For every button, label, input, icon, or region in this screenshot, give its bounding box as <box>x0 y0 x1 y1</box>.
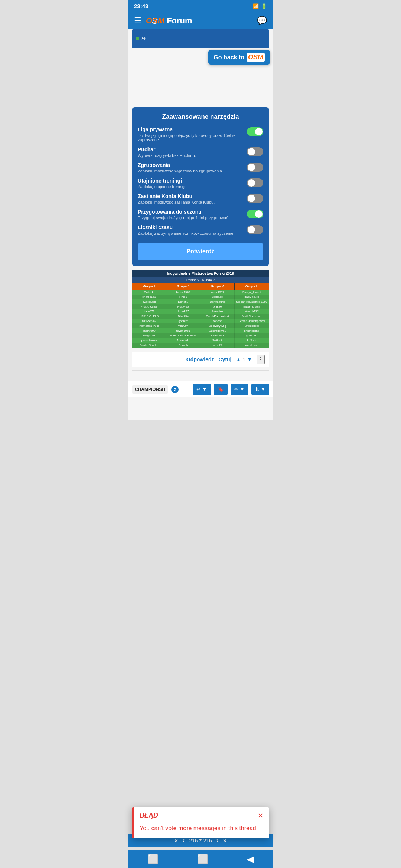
table-cell: Borvek <box>166 343 200 348</box>
table-cell: Mruvieniak <box>132 319 166 323</box>
toggle-desc-4: Zablokuj możliwość zasilania Konta Klubu… <box>138 200 243 204</box>
table-cell: gramb67 <box>235 333 269 338</box>
champ-subtitle: Półfinały - Runda 2 <box>132 277 269 283</box>
vote-count: 1 <box>242 356 245 362</box>
table-cell: papche <box>200 319 235 323</box>
table-cell: Dionyz_Handf <box>235 290 269 295</box>
toggle-desc-2: Zablokuj możliwość wyjazdów na zgrupowan… <box>138 169 243 173</box>
table-cell: PolishParmavioki <box>200 314 235 319</box>
status-icons: 📶 🔋 <box>253 3 267 9</box>
column-header: Grupa I <box>132 283 166 290</box>
table-cell: Delovery Mig <box>200 323 235 328</box>
more-options-button[interactable]: ⋮ <box>257 355 265 364</box>
table-cell: Stefan Jablonpowel <box>235 319 269 323</box>
table-row: swojeiBeliDand57DarkmauricStepan Kovalen… <box>132 299 269 304</box>
toggle-row-4: Zasilanie Konta Klubu Zablokuj możliwość… <box>138 193 263 204</box>
downvote-button[interactable]: ▼ <box>247 356 252 362</box>
edit-button[interactable]: ✏ ▼ <box>231 384 248 395</box>
chat-icon[interactable]: 💬 <box>257 16 267 26</box>
table-row: polozSenkyMamueloSwitrickkri3-art <box>132 338 269 343</box>
go-back-banner[interactable]: Go back to OSM <box>208 50 270 65</box>
table-cell: Komenda Pula <box>132 323 166 328</box>
toggle-text-2: Zgrupowania Zablokuj możliwość wyjazdów … <box>138 162 247 173</box>
go-back-text: Go back to <box>213 54 244 61</box>
toggle-desc-5: Przygotuj swoją drużynę mając 4 dni przy… <box>138 216 243 220</box>
divider <box>132 370 269 371</box>
quote-button[interactable]: Cytuj <box>218 356 231 362</box>
table-cell: pnik26 <box>200 304 235 309</box>
upvote-button[interactable]: ▲ <box>236 356 241 362</box>
table-cell: Matt Cochrane <box>235 314 269 319</box>
toggle-row-0: Liga prywatna Do Twojej ligi mogą dołącz… <box>138 126 263 142</box>
signal-icon: 📶 <box>253 3 259 9</box>
column-header: Grupa K <box>200 283 235 290</box>
time: 23:43 <box>134 3 148 9</box>
table-cell: goblem <box>166 319 200 323</box>
post-actions: Odpowiedz Cytuj ▲ 1 ▼ ⋮ <box>132 352 269 367</box>
table-cell: Prosto Kulde <box>132 304 166 309</box>
osm-logo-banner: OSM <box>247 53 265 62</box>
sort-chevron: ▼ <box>261 387 265 392</box>
confirm-button[interactable]: Potwierdź <box>138 243 263 260</box>
header-logo: OSM Forum <box>146 16 252 26</box>
table-cell: Switrick <box>200 338 235 343</box>
table-cell: Bike754 <box>166 314 200 319</box>
column-header: Grupa J <box>166 283 200 290</box>
table-row: Magic MiRybu Duma PlametKamion71gramb67 <box>132 333 269 338</box>
main-content: Go back to OSM 240 Zaawansowane narzędzi… <box>128 29 273 420</box>
reply-button[interactable]: Odpowiedz <box>186 356 214 362</box>
toggle-row-6: Liczniki czasu Zablokuj zatrzymywanie li… <box>138 224 263 236</box>
toggle-switch-3[interactable] <box>247 178 263 187</box>
toggle-desc-6: Zablokuj zatrzymywanie liczników czasu n… <box>138 231 243 236</box>
champ-title: Indywidualne Mistrzostwa Polski 2019 <box>132 270 269 277</box>
table-row: Komenda Pulavik1994Delovery MigUninterle… <box>132 323 269 328</box>
toggle-switch-1[interactable] <box>247 147 263 156</box>
edit-icon: ✏ <box>234 387 238 392</box>
bookmark-button[interactable]: 🔖 <box>214 384 228 395</box>
table-cell: Marioh173 <box>235 309 269 314</box>
toggle-title-6: Liczniki czasu <box>138 224 243 230</box>
reply-toolbar-button[interactable]: ↩ ▼ <box>193 384 211 395</box>
table-cell: krimholding <box>235 328 269 333</box>
toggle-desc-1: Wybierz rozgrywki bez Pucharu. <box>138 153 243 158</box>
toggle-switch-6[interactable] <box>247 225 263 234</box>
toggle-text-1: Puchar Wybierz rozgrywki bez Pucharu. <box>138 147 247 158</box>
table-cell: Rosiwicz <box>166 304 200 309</box>
toggle-text-0: Liga prywatna Do Twojej ligi mogą dołącz… <box>138 126 247 142</box>
table-cell: charlie161 <box>132 295 166 299</box>
toggle-title-1: Puchar <box>138 147 243 152</box>
table-cell: polozSenky <box>132 338 166 343</box>
toggle-title-0: Liga prywatna <box>138 126 243 132</box>
green-dot <box>136 37 139 40</box>
toggle-switch-2[interactable] <box>247 163 263 172</box>
championship-table: Indywidualne Mistrzostwa Polski 2019 Pół… <box>132 270 269 348</box>
toggle-switch-5[interactable] <box>247 210 263 218</box>
champ-rows: Duberkibrutal1982kulex1987Dionyz_Handfch… <box>132 290 269 348</box>
table-cell: Kamion71 <box>200 333 235 338</box>
table-cell: Duberki <box>132 290 166 295</box>
toggle-switch-4[interactable] <box>247 194 263 203</box>
toggle-switch-0[interactable] <box>247 127 263 136</box>
toggle-text-5: Przygotowania do sezonu Przygotuj swoją … <box>138 209 247 220</box>
table-cell: kri3-art <box>235 338 269 343</box>
osm-logo: OSM <box>146 16 164 26</box>
status-bar: 23:43 📶 🔋 <box>128 0 273 12</box>
table-row: MruvieniakgoblempapcheStefan Jablonpowel <box>132 319 269 323</box>
toggle-row-1: Puchar Wybierz rozgrywki bez Pucharu. <box>138 147 263 158</box>
table-cell: Brzda Sirocka <box>132 343 166 348</box>
toggle-text-4: Zasilanie Konta Klubu Zablokuj możliwość… <box>138 193 247 204</box>
vote-container: ▲ 1 ▼ <box>236 356 252 362</box>
advanced-tools-card: Zaawansowane narzędzia Liga prywatna Do … <box>132 107 269 266</box>
table-row: charlie161Rhal1Blak&codasMacura <box>132 295 269 299</box>
sort-button[interactable]: ⇅ ▼ <box>251 384 269 395</box>
table-row: suchy090fevah1981Dzierzgowo1krimholding <box>132 328 269 333</box>
thread-label: CHAMPIONSH <box>132 385 168 394</box>
table-cell: Mamuelo <box>166 338 200 343</box>
table-cell: Panadox <box>200 309 235 314</box>
table-cell: loroz22 <box>200 343 235 348</box>
table-row: Prosto KuldeRosiwiczpnik26hasan shakir <box>132 304 269 309</box>
table-cell: Magic Mi <box>132 333 166 338</box>
menu-icon[interactable]: ☰ <box>134 16 141 26</box>
table-row: Duberkibrutal1982kulex1987Dionyz_Handf <box>132 290 269 295</box>
toggle-row-5: Przygotowania do sezonu Przygotuj swoją … <box>138 209 263 220</box>
